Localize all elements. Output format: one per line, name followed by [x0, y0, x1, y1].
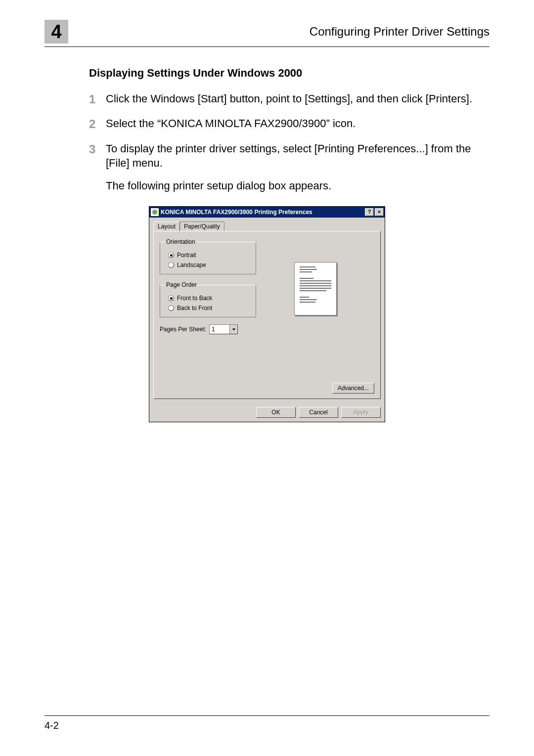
radio-back-to-front[interactable]: Back to Front	[165, 303, 251, 313]
radio-icon	[168, 262, 174, 268]
radio-landscape-label: Landscape	[177, 262, 206, 268]
page-order-group: Page Order Front to Back Back to Front	[160, 281, 256, 317]
step-number: 1	[89, 91, 106, 107]
page-order-legend: Page Order	[165, 281, 198, 288]
chapter-number: 4	[51, 21, 61, 43]
steps-list: 1 Click the Windows [Start] button, poin…	[89, 91, 490, 192]
radio-icon	[168, 295, 174, 301]
tab-strip: Layout Paper/Quality	[153, 222, 381, 231]
cancel-button[interactable]: Cancel	[299, 407, 338, 418]
radio-icon	[168, 305, 174, 311]
step-text: Select the “KONICA MINOLTA FAX2900/3900”…	[106, 116, 490, 132]
step-text: Click the Windows [Start] button, point …	[106, 91, 490, 107]
pages-per-sheet-label: Pages Per Sheet:	[160, 326, 206, 333]
radio-icon	[168, 252, 174, 258]
help-button[interactable]: ?	[365, 208, 374, 216]
radio-portrait[interactable]: Portrait	[165, 250, 251, 260]
pages-per-sheet-row: Pages Per Sheet: 1	[160, 324, 256, 334]
page-footer: 4-2	[44, 715, 490, 731]
step-item: 2 Select the “KONICA MINOLTA FAX2900/390…	[89, 116, 490, 132]
layout-tab-panel: Orientation Portrait Landscape Pa	[153, 231, 381, 399]
step-text: To display the printer driver settings, …	[106, 141, 490, 171]
dialog-footer: OK Cancel Apply	[149, 403, 385, 422]
printer-icon	[151, 208, 159, 216]
ok-button[interactable]: OK	[256, 407, 296, 418]
page-preview	[294, 262, 337, 315]
printing-preferences-dialog: KONICA MINOLTA FAX2900/3900 Printing Pre…	[149, 206, 385, 422]
radio-landscape[interactable]: Landscape	[165, 260, 251, 270]
close-button[interactable]: ×	[375, 208, 384, 216]
pages-per-sheet-select[interactable]: 1	[209, 324, 238, 334]
step-note: The following printer setup dialog box a…	[106, 179, 490, 192]
pages-per-sheet-value: 1	[210, 326, 229, 333]
orientation-legend: Orientation	[165, 238, 196, 245]
radio-portrait-label: Portrait	[177, 252, 196, 259]
radio-btf-label: Back to Front	[177, 305, 212, 311]
tab-layout-label: Layout	[158, 223, 176, 230]
step-number: 3	[89, 141, 106, 171]
apply-button[interactable]: Apply	[341, 407, 381, 418]
tab-paper-quality-label: Paper/Quality	[184, 223, 220, 230]
tab-paper-quality[interactable]: Paper/Quality	[179, 222, 224, 231]
page-header: 4 Configuring Printer Driver Settings	[44, 20, 490, 47]
dialog-title: KONICA MINOLTA FAX2900/3900 Printing Pre…	[161, 209, 364, 216]
chevron-down-icon	[229, 325, 237, 334]
step-item: 3 To display the printer driver settings…	[89, 141, 490, 171]
advanced-button[interactable]: Advanced...	[332, 383, 374, 394]
svg-marker-0	[232, 329, 235, 331]
step-item: 1 Click the Windows [Start] button, poin…	[89, 91, 490, 107]
radio-front-to-back[interactable]: Front to Back	[165, 293, 251, 303]
header-title: Configuring Printer Driver Settings	[72, 25, 490, 39]
tab-layout[interactable]: Layout	[153, 222, 180, 231]
orientation-group: Orientation Portrait Landscape	[160, 238, 256, 274]
radio-ftb-label: Front to Back	[177, 295, 212, 302]
page-number: 4-2	[44, 720, 59, 731]
section-title: Displaying Settings Under Windows 2000	[89, 67, 490, 80]
step-number: 2	[89, 116, 106, 132]
dialog-titlebar[interactable]: KONICA MINOLTA FAX2900/3900 Printing Pre…	[149, 207, 385, 218]
chapter-number-box: 4	[44, 20, 68, 44]
